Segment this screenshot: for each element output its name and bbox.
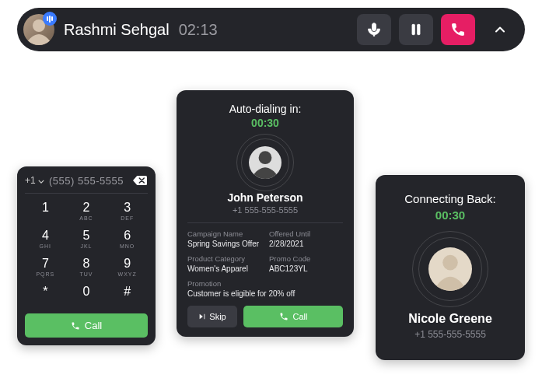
call-duration: 02:13: [179, 21, 218, 39]
svg-rect-1: [412, 24, 414, 34]
caller-avatar-wrap: [23, 14, 54, 45]
mute-button[interactable]: [357, 14, 391, 45]
campaign-info-row: Campaign Name Spring Savings Offer Offer…: [187, 229, 343, 248]
svg-rect-2: [418, 24, 420, 34]
connecting-name: Nicole Greene: [386, 312, 514, 326]
auto-dial-panel: Auto-dialing in: 00:30 John Peterson +1 …: [177, 90, 354, 337]
contact-avatar-ring: [241, 138, 289, 187]
backspace-button[interactable]: [132, 174, 148, 187]
product-category-label: Product Category: [187, 254, 261, 263]
product-category-value: Women's Apparel: [187, 264, 261, 273]
skip-icon: [198, 313, 206, 320]
svg-point-6: [442, 255, 458, 271]
connecting-back-panel: Connecting Back: 00:30 Nicole Greene +1 …: [376, 175, 525, 360]
promo-code-label: Promo Code: [269, 254, 343, 263]
dialpad-key-5[interactable]: 5JKL: [66, 229, 107, 250]
dialpad-key-star[interactable]: *: [25, 285, 66, 306]
connecting-phone: +1 555-555-5555: [386, 329, 514, 340]
offered-until-value: 2/28/2021: [269, 240, 343, 248]
dialpad-key-7[interactable]: 7PQRS: [25, 257, 66, 278]
hangup-button[interactable]: [441, 14, 475, 45]
dialpad-key-2[interactable]: 2ABC: [66, 201, 107, 222]
promotion-value: Customer is eligible for 20% off: [187, 289, 343, 298]
chevron-up-icon: [492, 22, 508, 37]
dialpad-key-6[interactable]: 6MNO: [107, 229, 148, 250]
promotion-label: Promotion: [187, 279, 343, 288]
connecting-timer: 00:30: [386, 208, 514, 222]
call-button-label: Call: [293, 312, 308, 321]
dialpad-key-0[interactable]: 0: [66, 285, 107, 306]
auto-dial-actions: Skip Call: [187, 306, 343, 327]
dialpad-key-hash[interactable]: #: [107, 285, 148, 306]
backspace-icon: [133, 176, 147, 185]
campaign-name-label: Campaign Name: [187, 229, 261, 238]
auto-dial-title: Auto-dialing in:: [187, 103, 343, 115]
dialpad-key-8[interactable]: 8TUV: [66, 257, 107, 278]
dialpad-call-button[interactable]: Call: [25, 313, 148, 338]
dialpad-key-9[interactable]: 9WXYZ: [107, 257, 148, 278]
phone-icon: [279, 312, 288, 321]
contact-name: John Peterson: [187, 191, 343, 204]
pause-button[interactable]: [399, 14, 433, 45]
dialpad-key-4[interactable]: 4GHI: [25, 229, 66, 250]
dialpad-grid: 1 2ABC 3DEF 4GHI 5JKL 6MNO 7PQRS 8TUV 9W…: [25, 194, 148, 313]
phone-number-input[interactable]: (555) 555-5555: [49, 175, 128, 187]
contact-avatar: [249, 146, 281, 179]
connecting-title: Connecting Back:: [386, 192, 514, 205]
svg-point-4: [259, 151, 272, 164]
dialpad-key-1[interactable]: 1: [25, 201, 66, 222]
chevron-down-icon: [38, 180, 44, 184]
expand-button[interactable]: [483, 14, 517, 45]
skip-button[interactable]: Skip: [187, 306, 237, 327]
product-info-row: Product Category Women's Apparel Promo C…: [187, 254, 343, 273]
campaign-name-value: Spring Savings Offer: [187, 240, 261, 248]
active-call-bar: Rashmi Sehgal 02:13: [17, 8, 525, 51]
caller-name: Rashmi Sehgal: [64, 21, 170, 39]
phone-icon: [71, 321, 80, 331]
voice-activity-badge: [43, 12, 57, 26]
dialpad-panel: +1 (555) 555-5555 1 2ABC 3DEF 4GHI 5JKL …: [17, 166, 156, 345]
auto-dial-timer: 00:30: [187, 117, 343, 129]
promotion-row: Promotion Customer is eligible for 20% o…: [187, 279, 343, 298]
promo-code-value: ABC123YL: [269, 264, 343, 273]
pause-icon: [408, 22, 424, 37]
connecting-avatar: [428, 247, 472, 291]
country-code-selector[interactable]: +1: [25, 175, 44, 186]
call-button-label: Call: [85, 320, 102, 331]
microphone-icon: [366, 22, 382, 37]
dialpad-input-row: +1 (555) 555-5555: [25, 174, 148, 194]
phone-icon: [450, 22, 466, 37]
connecting-avatar-ring: [418, 237, 482, 301]
contact-phone: +1 555-555-5555: [187, 205, 343, 215]
dialpad-key-3[interactable]: 3DEF: [107, 201, 148, 222]
auto-dial-call-button[interactable]: Call: [243, 306, 343, 327]
offered-until-label: Offered Until: [269, 229, 343, 238]
skip-button-label: Skip: [209, 312, 226, 321]
country-code-value: +1: [25, 175, 36, 186]
